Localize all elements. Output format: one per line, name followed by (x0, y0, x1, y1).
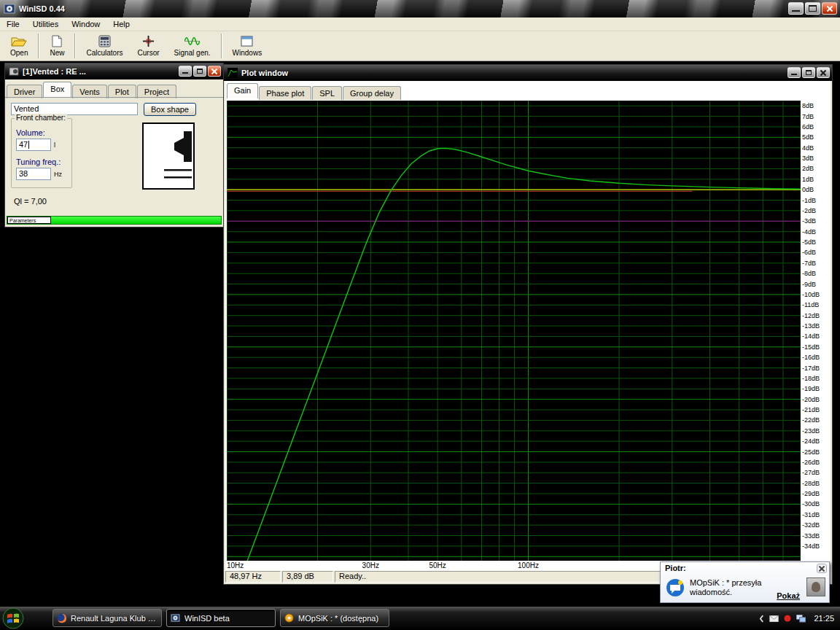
box-tab-content: Vented Box shape Front chamber: Volume: … (5, 97, 223, 227)
y-axis-labels: 8dB7dB6dB5dB4dB3dB2dB1dB0dB-1dB-2dB-3dB-… (801, 101, 831, 561)
y-axis-tick-label: -15dB (802, 343, 820, 351)
gain-plot-area[interactable] (227, 101, 801, 561)
menu-window[interactable]: Window (65, 18, 106, 31)
y-axis-tick-label: -4dB (802, 228, 816, 236)
taskbar-clock: 21:25 (811, 614, 834, 623)
taskbar-button-mopsik-dost-pna[interactable]: MOpSiK : * (dostępna) (280, 609, 389, 627)
y-axis-tick-label: -26dB (802, 459, 820, 466)
tab-gain[interactable]: Gain (227, 83, 258, 98)
volume-input[interactable]: 47 (16, 139, 51, 151)
taskbar-button-renault-laguna-klub-p[interactable]: Renault Laguna Klub P... (52, 609, 162, 627)
start-button[interactable] (2, 607, 24, 629)
y-axis-tick-label: -23dB (802, 427, 820, 435)
tab-phase-plot[interactable]: Phase plot (259, 86, 311, 100)
toolbar-new[interactable]: New (42, 31, 71, 61)
taskbar-button-winisd-beta[interactable]: WinISD beta (166, 609, 276, 627)
mdi-client-area: Plot window GainPhase plotSPLGroup delay… (0, 61, 840, 607)
minimize-button[interactable] (788, 2, 804, 15)
y-axis-tick-label: -9dB (802, 281, 816, 288)
vented-window-title-bar[interactable]: [1]Vented : RE ... (5, 63, 223, 79)
plot-tab-bar: GainPhase plotSPLGroup delay (227, 82, 402, 98)
messenger-notification-popup: Piotr: MOpSiK : * przesyła wiadomość. Po… (660, 561, 830, 603)
y-axis-tick-label: 8dB (802, 102, 814, 109)
x-axis-tick-label: 30Hz (362, 561, 379, 569)
close-button[interactable] (817, 67, 830, 78)
taskbar: Renault Laguna Klub P...WinISD betaMOpSi… (0, 607, 840, 630)
front-chamber-groupbox: Front chamber: Volume: 47 l Tuning freq.… (11, 118, 72, 188)
menu-utilities[interactable]: Utilities (26, 18, 65, 31)
y-axis-tick-label: 2dB (802, 165, 814, 172)
task-button-label: Renault Laguna Klub P... (71, 614, 158, 623)
collapse-arrow-icon[interactable] (759, 615, 764, 623)
y-axis-tick-label: -13dB (802, 322, 820, 330)
toolbar-button-label: New (50, 49, 64, 57)
signal-generator-icon (184, 34, 200, 48)
main-title-bar[interactable]: WinISD 0.44 (0, 0, 840, 18)
tab-spl[interactable]: SPL (312, 86, 342, 100)
task-button-label: WinISD beta (184, 614, 230, 623)
tuning-freq-input[interactable]: 38 (16, 168, 51, 180)
y-axis-tick-label: -24dB (802, 438, 820, 445)
tuning-freq-unit-label: Hz (54, 171, 62, 178)
restore-button[interactable] (805, 2, 820, 15)
windows-icon (241, 34, 253, 48)
system-tray: 21:25 (759, 607, 839, 630)
envelope-icon[interactable] (769, 615, 779, 622)
vented-window-title: [1]Vented : RE ... (23, 63, 86, 79)
desktop: WinISD 0.44 FileUtilitiesWindowHelp Open… (0, 0, 840, 630)
box-shape-preview (142, 122, 195, 190)
y-axis-tick-label: -22dB (802, 416, 820, 424)
y-axis-tick-label: 4dB (802, 144, 814, 152)
close-button[interactable] (822, 2, 837, 15)
tray-icons (759, 615, 806, 623)
y-axis-tick-label: -32dB (802, 521, 820, 529)
maximize-button[interactable] (802, 67, 815, 78)
tab-group-delay[interactable]: Group delay (343, 86, 401, 100)
front-chamber-legend: Front chamber: (15, 114, 67, 122)
winisd-app-icon (4, 3, 15, 15)
open-folder-icon (11, 34, 27, 48)
status-red-icon[interactable] (784, 615, 791, 622)
plot-window-title-bar[interactable]: Plot window (224, 65, 832, 81)
menu-bar: FileUtilitiesWindowHelp (0, 18, 840, 31)
toolbar-cursor[interactable]: Cursor (131, 31, 167, 61)
plot-window-icon (228, 68, 238, 78)
notification-title: Piotr: (665, 564, 686, 572)
minimize-button[interactable] (179, 66, 192, 77)
plot-client-area: GainPhase plotSPLGroup delay 8dB7dB6dB5d… (225, 81, 831, 583)
tab-box[interactable]: Box (43, 82, 71, 97)
y-axis-tick-label: 1dB (802, 176, 814, 183)
toolbar-separator (38, 34, 39, 58)
minimize-button[interactable] (788, 67, 801, 78)
toolbar-open[interactable]: Open (3, 31, 35, 61)
y-axis-tick-label: -11dB (802, 301, 819, 308)
y-axis-tick-label: -3dB (802, 217, 816, 225)
firefox-icon (57, 613, 67, 623)
menu-help[interactable]: Help (106, 18, 136, 31)
toolbar-signal-gen[interactable]: Signal gen. (167, 31, 218, 61)
volume-value: 47 (19, 140, 28, 149)
winisd-main-window: WinISD 0.44 FileUtilitiesWindowHelp Open… (0, 0, 840, 607)
toolbar-windows[interactable]: Windows (225, 31, 270, 61)
y-axis-tick-label: -18dB (802, 375, 820, 382)
y-axis-tick-label: -17dB (802, 365, 820, 372)
box-shape-button[interactable]: Box shape (144, 103, 196, 116)
maximize-button[interactable] (193, 66, 206, 77)
plot-window-title: Plot window (241, 65, 288, 81)
vented-window-icon (9, 66, 19, 77)
close-button[interactable] (208, 66, 221, 77)
show-message-link[interactable]: Pokaż (777, 591, 800, 600)
toolbar: OpenNewCalculatorsCursorSignal gen.Windo… (0, 31, 840, 61)
y-axis-tick-label: -14dB (802, 332, 820, 340)
network-monitor-icon[interactable] (796, 615, 806, 623)
menu-file[interactable]: File (0, 18, 26, 31)
y-axis-tick-label: -19dB (802, 385, 820, 392)
y-axis-tick-label: 3dB (802, 155, 814, 162)
y-axis-tick-label: -30dB (802, 500, 820, 508)
y-axis-tick-label: -16dB (802, 354, 820, 361)
toolbar-calculators[interactable]: Calculators (79, 31, 130, 61)
messenger-chat-icon (666, 578, 685, 597)
y-axis-tick-label: -29dB (802, 490, 820, 497)
parameters-progress-label: Parameters (7, 217, 51, 224)
close-icon[interactable] (817, 564, 827, 573)
